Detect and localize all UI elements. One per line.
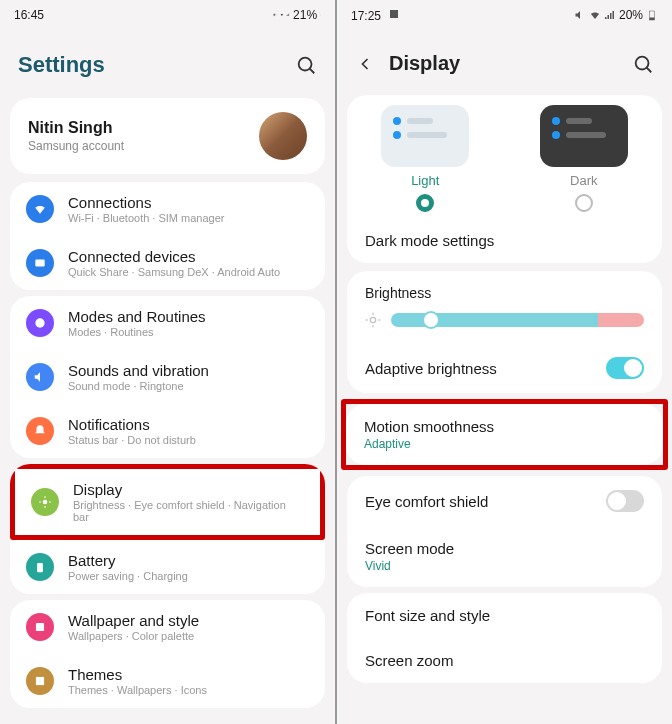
clock: 16:45 [14, 8, 44, 22]
search-icon[interactable] [295, 54, 317, 76]
mute-icon [273, 13, 277, 17]
sound-icon [26, 363, 54, 391]
theme-light-label: Light [411, 173, 439, 188]
row-modes[interactable]: Modes and RoutinesModes · Routines [10, 296, 325, 350]
row-screen-zoom[interactable]: Screen zoom [347, 638, 662, 683]
status-bar: 16:45 21% [0, 0, 335, 30]
row-connections[interactable]: ConnectionsWi-Fi · Bluetooth · SIM manag… [10, 182, 325, 236]
svg-rect-12 [37, 563, 43, 572]
wallpaper-icon [26, 613, 54, 641]
mute-icon [574, 9, 586, 21]
row-notifications[interactable]: NotificationsStatus bar · Do not disturb [10, 404, 325, 458]
header: Settings [0, 30, 335, 90]
settings-screen: 16:45 21% Settings Nitin Singh Samsung a… [0, 0, 335, 724]
radio-light[interactable] [416, 194, 434, 212]
highlight-motion: Motion smoothness Adaptive [341, 399, 668, 470]
svg-line-4 [310, 69, 315, 74]
brightness-icon [31, 488, 59, 516]
profile-card[interactable]: Nitin Singh Samsung account [10, 98, 325, 174]
settings-group-4: Wallpaper and styleWallpapers · Color pa… [10, 600, 325, 708]
svg-rect-13 [36, 623, 44, 631]
theme-dark-label: Dark [570, 173, 597, 188]
header: Display [337, 30, 672, 87]
row-sounds[interactable]: Sounds and vibrationSound mode · Rington… [10, 350, 325, 404]
sun-icon [365, 312, 381, 328]
signal-icon [286, 13, 290, 17]
search-icon[interactable] [632, 53, 654, 75]
adaptive-brightness-toggle[interactable] [606, 357, 644, 379]
screenshot-icon [388, 8, 400, 20]
brightness-label: Brightness [347, 271, 662, 307]
eye-screen-card: Eye comfort shield Screen mode Vivid [347, 476, 662, 587]
settings-group-2: Modes and RoutinesModes · Routines Sound… [10, 296, 325, 458]
svg-line-19 [647, 67, 652, 72]
wifi-icon [26, 195, 54, 223]
settings-group-3: DisplayBrightness · Eye comfort shield ·… [10, 464, 325, 594]
radio-dark[interactable] [575, 194, 593, 212]
battery-text: 20% [619, 8, 643, 22]
battery-icon [26, 553, 54, 581]
bell-icon [26, 417, 54, 445]
svg-rect-15 [390, 10, 398, 18]
battery-icon [646, 8, 658, 22]
profile-sub: Samsung account [28, 139, 124, 153]
svg-point-18 [636, 56, 649, 69]
theme-dark-option[interactable]: Dark [520, 105, 649, 212]
svg-rect-14 [36, 677, 44, 685]
wifi-icon [280, 13, 284, 17]
row-font-size[interactable]: Font size and style [347, 593, 662, 638]
row-motion-smoothness[interactable]: Motion smoothness Adaptive [346, 404, 663, 465]
battery-icon [320, 8, 321, 22]
status-bar: 17:25 20% [337, 0, 672, 30]
battery-text: 21% [293, 8, 317, 22]
row-screen-mode[interactable]: Screen mode Vivid [347, 526, 662, 587]
row-connected-devices[interactable]: Connected devicesQuick Share · Samsung D… [10, 236, 325, 290]
row-themes[interactable]: ThemesThemes · Wallpapers · Icons [10, 654, 325, 708]
eye-comfort-toggle[interactable] [606, 490, 644, 512]
signal-icon [604, 9, 616, 21]
wifi-icon [589, 9, 601, 21]
theme-dark-preview [540, 105, 628, 167]
brightness-slider[interactable] [391, 311, 644, 329]
page-title: Display [389, 52, 460, 75]
row-wallpaper[interactable]: Wallpaper and styleWallpapers · Color pa… [10, 600, 325, 654]
brightness-card: Brightness Adaptive brightness [347, 271, 662, 393]
display-screen: 17:25 20% Display [337, 0, 672, 724]
avatar [259, 112, 307, 160]
back-icon[interactable] [355, 54, 375, 74]
themes-icon [26, 667, 54, 695]
font-zoom-card: Font size and style Screen zoom [347, 593, 662, 683]
theme-card: Light Dark Dark mode settings [347, 95, 662, 263]
highlight-display: DisplayBrightness · Eye comfort shield ·… [10, 464, 325, 540]
row-dark-mode-settings[interactable]: Dark mode settings [347, 218, 662, 263]
svg-rect-17 [650, 18, 655, 21]
motion-card: Motion smoothness Adaptive [346, 404, 663, 465]
svg-rect-5 [35, 260, 44, 267]
theme-light-preview [381, 105, 469, 167]
row-display[interactable]: DisplayBrightness · Eye comfort shield ·… [15, 469, 320, 535]
svg-point-20 [370, 317, 375, 322]
page-title: Settings [18, 52, 105, 78]
settings-group-1: ConnectionsWi-Fi · Bluetooth · SIM manag… [10, 182, 325, 290]
modes-icon [26, 309, 54, 337]
clock: 17:25 [351, 9, 381, 23]
profile-name: Nitin Singh [28, 119, 124, 137]
svg-point-3 [299, 58, 312, 71]
row-battery[interactable]: BatteryPower saving · Charging [10, 540, 325, 594]
row-adaptive-brightness[interactable]: Adaptive brightness [347, 343, 662, 393]
svg-point-6 [35, 318, 44, 327]
theme-light-option[interactable]: Light [361, 105, 490, 212]
row-eye-comfort[interactable]: Eye comfort shield [347, 476, 662, 526]
slider-thumb[interactable] [422, 311, 440, 329]
devices-icon [26, 249, 54, 277]
svg-point-7 [43, 500, 48, 505]
